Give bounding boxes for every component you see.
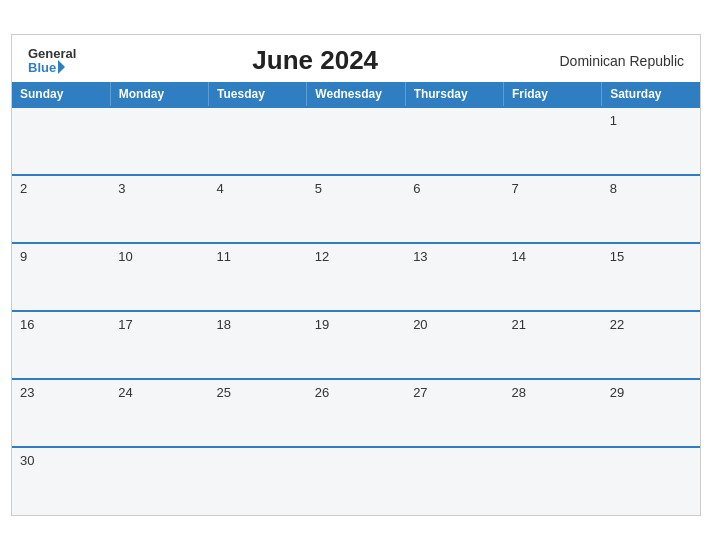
day-number: 4 xyxy=(217,181,224,196)
calendar-cell: 18 xyxy=(209,311,307,379)
calendar-cell: 28 xyxy=(503,379,601,447)
calendar-cell: 19 xyxy=(307,311,405,379)
week-row-2: 2345678 xyxy=(12,175,700,243)
calendar-cell xyxy=(307,107,405,175)
calendar-cell: 14 xyxy=(503,243,601,311)
calendar-cell: 5 xyxy=(307,175,405,243)
calendar-cell: 9 xyxy=(12,243,110,311)
logo-area: General Blue xyxy=(28,47,76,74)
calendar-cell: 16 xyxy=(12,311,110,379)
logo-blue: Blue xyxy=(28,60,65,74)
calendar-cell xyxy=(209,107,307,175)
calendar-cell xyxy=(209,447,307,515)
day-number: 26 xyxy=(315,385,329,400)
weekday-header-monday: Monday xyxy=(110,82,208,107)
calendar-cell: 24 xyxy=(110,379,208,447)
day-number: 10 xyxy=(118,249,132,264)
calendar-cell: 21 xyxy=(503,311,601,379)
calendar-cell: 8 xyxy=(602,175,700,243)
day-number: 19 xyxy=(315,317,329,332)
day-number: 29 xyxy=(610,385,624,400)
calendar-cell: 26 xyxy=(307,379,405,447)
week-row-3: 9101112131415 xyxy=(12,243,700,311)
day-number: 28 xyxy=(511,385,525,400)
calendar-cell: 23 xyxy=(12,379,110,447)
weekday-header-thursday: Thursday xyxy=(405,82,503,107)
calendar-header: General Blue June 2024 Dominican Republi… xyxy=(12,35,700,82)
day-number: 24 xyxy=(118,385,132,400)
day-number: 18 xyxy=(217,317,231,332)
day-number: 23 xyxy=(20,385,34,400)
weekday-header-saturday: Saturday xyxy=(602,82,700,107)
calendar-cell xyxy=(602,447,700,515)
calendar-cell: 10 xyxy=(110,243,208,311)
week-row-6: 30 xyxy=(12,447,700,515)
calendar-cell: 22 xyxy=(602,311,700,379)
calendar-cell xyxy=(503,447,601,515)
calendar-title: June 2024 xyxy=(76,45,554,76)
weekday-header-wednesday: Wednesday xyxy=(307,82,405,107)
calendar-cell: 11 xyxy=(209,243,307,311)
week-row-5: 23242526272829 xyxy=(12,379,700,447)
day-number: 21 xyxy=(511,317,525,332)
day-number: 7 xyxy=(511,181,518,196)
calendar-cell: 17 xyxy=(110,311,208,379)
day-number: 20 xyxy=(413,317,427,332)
calendar-cell xyxy=(12,107,110,175)
day-number: 17 xyxy=(118,317,132,332)
calendar-cell: 1 xyxy=(602,107,700,175)
day-number: 6 xyxy=(413,181,420,196)
calendar-container: General Blue June 2024 Dominican Republi… xyxy=(11,34,701,516)
week-row-4: 16171819202122 xyxy=(12,311,700,379)
calendar-cell xyxy=(110,107,208,175)
day-number: 8 xyxy=(610,181,617,196)
day-number: 15 xyxy=(610,249,624,264)
calendar-cell: 25 xyxy=(209,379,307,447)
day-number: 22 xyxy=(610,317,624,332)
calendar-grid: SundayMondayTuesdayWednesdayThursdayFrid… xyxy=(12,82,700,515)
calendar-cell: 7 xyxy=(503,175,601,243)
day-number: 13 xyxy=(413,249,427,264)
calendar-cell: 4 xyxy=(209,175,307,243)
calendar-cell: 20 xyxy=(405,311,503,379)
day-number: 16 xyxy=(20,317,34,332)
calendar-cell xyxy=(110,447,208,515)
calendar-cell: 15 xyxy=(602,243,700,311)
calendar-cell: 30 xyxy=(12,447,110,515)
day-number: 9 xyxy=(20,249,27,264)
country-name: Dominican Republic xyxy=(554,53,684,69)
day-number: 5 xyxy=(315,181,322,196)
calendar-cell xyxy=(503,107,601,175)
day-number: 11 xyxy=(217,249,231,264)
calendar-cell: 3 xyxy=(110,175,208,243)
week-row-1: 1 xyxy=(12,107,700,175)
day-number: 1 xyxy=(610,113,617,128)
day-number: 27 xyxy=(413,385,427,400)
day-number: 3 xyxy=(118,181,125,196)
logo-triangle-icon xyxy=(58,60,65,74)
calendar-cell: 27 xyxy=(405,379,503,447)
calendar-cell: 2 xyxy=(12,175,110,243)
logo-general: General xyxy=(28,47,76,60)
day-number: 14 xyxy=(511,249,525,264)
calendar-cell: 6 xyxy=(405,175,503,243)
calendar-cell xyxy=(405,107,503,175)
calendar-cell: 13 xyxy=(405,243,503,311)
day-number: 12 xyxy=(315,249,329,264)
calendar-cell: 29 xyxy=(602,379,700,447)
day-number: 25 xyxy=(217,385,231,400)
weekday-header-friday: Friday xyxy=(503,82,601,107)
calendar-cell: 12 xyxy=(307,243,405,311)
day-number: 2 xyxy=(20,181,27,196)
calendar-cell xyxy=(405,447,503,515)
calendar-cell xyxy=(307,447,405,515)
weekday-header-row: SundayMondayTuesdayWednesdayThursdayFrid… xyxy=(12,82,700,107)
day-number: 30 xyxy=(20,453,34,468)
weekday-header-tuesday: Tuesday xyxy=(209,82,307,107)
weekday-header-sunday: Sunday xyxy=(12,82,110,107)
